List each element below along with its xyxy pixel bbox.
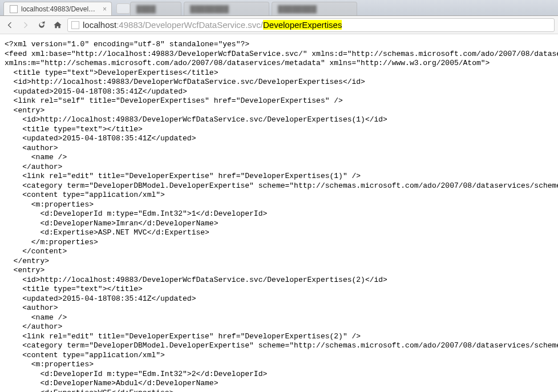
xml-line: <link rel="edit" title="DeveloperExperti…	[5, 332, 361, 341]
xml-line: <feed xml:base="http://localhost:49883/D…	[5, 50, 558, 58]
xml-line: <id>http://localhost:49883/DeveloperWcfD…	[5, 276, 387, 284]
xml-line: <name />	[5, 313, 67, 322]
xml-line: <content type="application/xml">	[5, 191, 165, 199]
url-origin: localhost	[83, 20, 116, 30]
xml-line: <author>	[5, 144, 58, 152]
xml-line: <content type="application/xml">	[5, 351, 165, 359]
xml-line: </m:properties>	[5, 238, 98, 246]
xml-line: <link rel="self" title="DeveloperExperti…	[5, 96, 343, 105]
xml-line: <d:DeveloperId m:type="Edm.Int32">1</d:D…	[5, 209, 267, 218]
xml-line: <id>http://localhost:49883/DeveloperWcfD…	[5, 78, 365, 86]
xml-line: <updated>2015-04-18T08:35:41Z</updated>	[5, 294, 196, 303]
xml-line: <id>http://localhost:49883/DeveloperWcfD…	[5, 115, 387, 124]
xml-content: <?xml version="1.0" encoding="utf-8" sta…	[0, 34, 558, 392]
xml-line: <updated>2015-04-18T08:35:41Z</updated>	[5, 134, 196, 143]
xml-line: <entry>	[5, 106, 45, 115]
xml-line: <d:DeveloperName>Imran</d:DeveloperName>	[5, 219, 218, 228]
xml-line: </content>	[5, 247, 67, 256]
toolbar: localhost:49883/DeveloperWcfDataService.…	[0, 16, 558, 34]
background-tab[interactable]: ████████	[272, 2, 357, 15]
xml-line: <name />	[5, 153, 67, 161]
xml-line: <m:properties>	[5, 360, 94, 369]
xml-line: <title type="text">DeveloperExpertises</…	[5, 68, 218, 77]
back-button[interactable]	[3, 19, 16, 31]
reload-icon	[37, 21, 46, 30]
browser-tab-active[interactable]: localhost:49883/Develope ×	[3, 2, 112, 15]
xml-line: <category term="DeveloperDBModel.Develop…	[5, 341, 558, 350]
background-tab[interactable]: ████	[130, 2, 181, 15]
xml-line: <author>	[5, 304, 58, 312]
address-bar[interactable]: localhost:49883/DeveloperWcfDataService.…	[67, 18, 555, 32]
document-icon	[71, 21, 79, 29]
tab-strip: localhost:49883/Develope × ████ ████████…	[0, 0, 558, 16]
xml-line: xmlns:m="http://schemas.microsoft.com/ad…	[5, 59, 490, 67]
home-button[interactable]	[51, 19, 64, 31]
xml-line: <category term="DeveloperDBModel.Develop…	[5, 181, 558, 190]
page-favicon	[10, 5, 18, 13]
xml-line: </author>	[5, 322, 62, 331]
xml-line: </author>	[5, 163, 62, 171]
xml-line: <m:properties>	[5, 200, 94, 209]
xml-line: <d:DeveloperName>Abdul</d:DeveloperName>	[5, 379, 218, 387]
tab-title: localhost:49883/Develope	[21, 5, 98, 13]
xml-line: <?xml version="1.0" encoding="utf-8" sta…	[5, 40, 249, 49]
xml-line: <d:DeveloperId m:type="Edm.Int32">2</d:D…	[5, 370, 267, 378]
xml-line: </entry>	[5, 257, 49, 265]
home-icon	[53, 21, 62, 30]
url-highlighted-segment: DeveloperExpertises	[263, 20, 342, 30]
xml-line: <title type="text"></title>	[5, 285, 143, 293]
reload-button[interactable]	[35, 19, 48, 31]
xml-line: <d:Expertise>WCF</d:Expertise>	[5, 389, 173, 393]
xml-line: <updated>2015-04-18T08:35:41Z</updated>	[5, 87, 187, 96]
xml-line: <link rel="edit" title="DeveloperExperti…	[5, 172, 361, 180]
close-icon[interactable]: ×	[103, 5, 107, 13]
arrow-right-icon	[21, 21, 30, 30]
forward-button[interactable]	[19, 19, 32, 31]
url-path: :49883/DeveloperWcfDataService.svc/	[116, 20, 263, 30]
xml-line: <d:Expertise>ASP.NET MVC</d:Expertise>	[5, 228, 209, 237]
xml-line: <entry>	[5, 266, 45, 274]
arrow-left-icon	[5, 21, 14, 30]
new-tab-button[interactable]	[116, 3, 130, 14]
background-tab[interactable]: ████████	[184, 2, 269, 15]
xml-line: <title type="text"></title>	[5, 125, 143, 134]
